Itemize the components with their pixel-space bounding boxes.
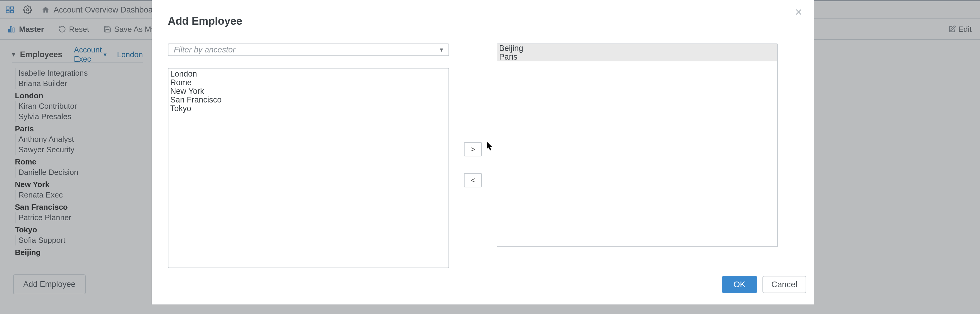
filter-placeholder: Filter by ancestor [174,45,235,54]
chevron-right-icon: > [471,145,475,154]
selected-listbox[interactable]: BeijingParis [497,43,778,247]
dialog-footer: OK Cancel [152,268,814,304]
selected-option[interactable]: Paris [497,53,777,61]
available-option[interactable]: London [169,70,449,78]
selected-column: BeijingParis [497,43,778,268]
add-to-selected-button[interactable]: > [464,142,482,156]
add-employee-dialog: Add Employee × Filter by ancestor ▾ Lond… [152,0,814,304]
available-option[interactable]: San Francisco [169,96,449,104]
selected-option[interactable]: Beijing [497,44,777,53]
caret-down-icon: ▾ [440,46,443,54]
ok-button[interactable]: OK [722,276,757,293]
dialog-title: Add Employee [168,15,242,27]
cancel-button[interactable]: Cancel [762,276,806,293]
available-option[interactable]: Rome [169,78,449,87]
close-icon: × [795,5,802,19]
dual-list-picker: Filter by ancestor ▾ LondonRomeNew YorkS… [168,43,798,268]
remove-from-selected-button[interactable]: < [464,173,482,187]
mover-buttons: > < [458,61,488,268]
available-option[interactable]: Tokyo [169,104,449,113]
close-button[interactable]: × [794,6,803,18]
dialog-body: Filter by ancestor ▾ LondonRomeNew YorkS… [152,30,814,268]
available-listbox[interactable]: LondonRomeNew YorkSan FranciscoTokyo [168,68,449,268]
dialog-header: Add Employee × [152,0,814,30]
available-column: Filter by ancestor ▾ LondonRomeNew YorkS… [168,43,449,268]
modal-overlay: Add Employee × Filter by ancestor ▾ Lond… [0,0,980,314]
available-option[interactable]: New York [169,87,449,96]
chevron-left-icon: < [471,176,475,185]
ancestor-filter-dropdown[interactable]: Filter by ancestor ▾ [168,43,449,56]
